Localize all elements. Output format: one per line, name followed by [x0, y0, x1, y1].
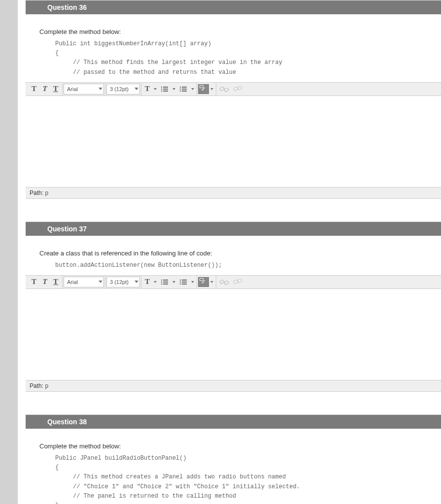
check-group: ✓ [197, 83, 216, 95]
font-size-value: 3 (12pt) [110, 86, 129, 92]
bulleted-list-button[interactable] [158, 83, 177, 95]
question-prompt: Create a class that is referenced in the… [35, 250, 431, 257]
text-color-icon: T [142, 83, 152, 95]
spellcheck-button[interactable]: ✓ [198, 84, 215, 94]
unlink-button[interactable] [231, 83, 245, 95]
bulleted-list-icon [161, 279, 169, 285]
font-family-select[interactable]: Arial [64, 277, 104, 287]
question-prompt: Complete the method below: [35, 28, 431, 35]
check-icon: ✓ [198, 277, 209, 287]
path-label: Path: [30, 189, 43, 196]
unlink-icon [234, 279, 242, 285]
link-icon [220, 86, 229, 93]
gutter-gap [18, 0, 26, 504]
chevron-down-icon [191, 88, 194, 90]
editor-toolbar: T T T Arial 3 (12pt) T [26, 82, 441, 96]
italic-button[interactable]: T [39, 83, 50, 95]
chevron-down-icon [210, 281, 213, 283]
chevron-down-icon [210, 88, 213, 90]
spacer [35, 199, 431, 214]
code-block: Public int biggestNumberInArray(int[] ar… [35, 37, 431, 82]
path-label: Path: [30, 382, 43, 389]
color-list-group: T [141, 276, 197, 288]
font-group: Arial [63, 83, 105, 95]
bulleted-list-icon [161, 86, 169, 93]
content-column: Question 36Complete the method below:Pub… [26, 0, 441, 504]
size-group: 3 (12pt) [105, 276, 141, 288]
check-group: ✓ [197, 276, 216, 288]
size-group: 3 (12pt) [105, 83, 141, 95]
link-button[interactable] [217, 83, 231, 95]
text-color-icon: T [142, 276, 152, 288]
path-value: p [45, 382, 48, 389]
font-group: Arial [63, 276, 105, 288]
numbered-list-button[interactable] [177, 276, 196, 288]
link-button[interactable] [217, 276, 231, 288]
editor-wrap: T T T Arial 3 (12pt) T [26, 82, 441, 199]
underline-button[interactable]: T [50, 83, 61, 95]
question-body: Complete the method below:Public int big… [26, 14, 441, 218]
link-icon [220, 279, 229, 285]
numbered-list-icon [179, 86, 187, 93]
spacer [35, 392, 431, 407]
question-header: Question 37 [26, 222, 441, 236]
chevron-down-icon [99, 88, 102, 90]
code-block: button.addActionListener(new ButtonListe… [35, 259, 431, 275]
question-block: Question 38Complete the method below:Pub… [26, 414, 441, 504]
editor-path-bar: Path: p [26, 380, 441, 392]
chevron-down-icon [172, 281, 175, 283]
question-body: Complete the method below:Public JPanel … [26, 429, 441, 504]
code-block: Public JPanel buildRadioButtonPanel() { … [35, 452, 431, 504]
question-block: Question 36Complete the method below:Pub… [26, 0, 441, 218]
underline-button[interactable]: T [50, 276, 61, 288]
left-gutter [0, 0, 18, 504]
font-size-select[interactable]: 3 (12pt) [106, 277, 140, 287]
font-size-select[interactable]: 3 (12pt) [106, 84, 140, 94]
check-icon: ✓ [198, 84, 209, 94]
editor-textarea[interactable] [26, 289, 441, 380]
chevron-down-icon [172, 88, 175, 90]
chevron-down-icon [99, 281, 102, 283]
italic-button[interactable]: T [39, 276, 50, 288]
bold-button[interactable]: T [29, 83, 39, 95]
editor-path-bar: Path: p [26, 188, 441, 199]
text-color-button[interactable]: T [142, 276, 158, 288]
chevron-down-icon [135, 281, 138, 283]
chevron-down-icon [154, 281, 157, 283]
question-body: Create a class that is referenced in the… [26, 236, 441, 410]
unlink-icon [234, 86, 242, 93]
unlink-button[interactable] [231, 276, 245, 288]
page: Question 36Complete the method below:Pub… [0, 0, 441, 504]
link-group [216, 83, 246, 95]
font-family-value: Arial [67, 279, 78, 285]
question-prompt: Complete the method below: [35, 442, 431, 450]
question-header: Question 36 [26, 0, 441, 14]
spellcheck-button[interactable]: ✓ [198, 277, 215, 287]
bold-button[interactable]: T [29, 276, 39, 288]
color-list-group: T [141, 83, 197, 95]
link-group [216, 276, 246, 288]
numbered-list-button[interactable] [177, 83, 196, 95]
editor-textarea[interactable] [26, 96, 441, 188]
font-family-value: Arial [67, 86, 78, 92]
format-group: T T T [28, 276, 63, 288]
format-group: T T T [28, 83, 63, 95]
editor-wrap: T T T Arial 3 (12pt) T [26, 275, 441, 392]
editor-toolbar: T T T Arial 3 (12pt) T [26, 275, 441, 289]
numbered-list-icon [179, 279, 187, 285]
font-size-value: 3 (12pt) [110, 279, 129, 285]
question-header: Question 38 [26, 415, 441, 429]
question-block: Question 37Create a class that is refere… [26, 221, 441, 410]
text-color-button[interactable]: T [142, 83, 158, 95]
chevron-down-icon [154, 88, 157, 90]
chevron-down-icon [191, 281, 194, 283]
font-family-select[interactable]: Arial [64, 84, 104, 94]
chevron-down-icon [135, 88, 138, 90]
path-value: p [45, 189, 48, 196]
bulleted-list-button[interactable] [158, 276, 177, 288]
